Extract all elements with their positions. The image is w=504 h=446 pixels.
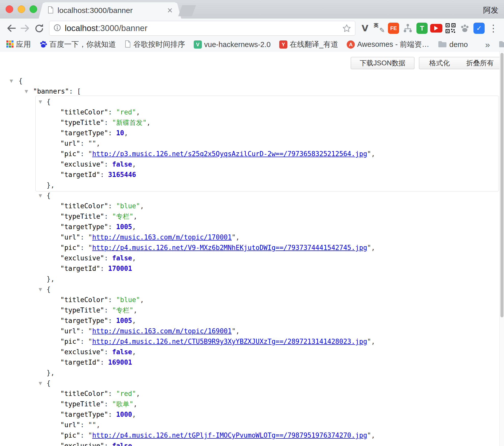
bookmark-google-sort[interactable]: 谷歌按时间排序	[124, 39, 185, 50]
json-key: "pic"	[60, 338, 80, 345]
forward-button[interactable]	[18, 21, 32, 35]
json-line: ▼{	[36, 378, 498, 389]
json-url-link[interactable]: http://music.163.com/m/topic/170001	[92, 233, 232, 241]
site-info-icon[interactable]	[53, 24, 61, 33]
json-key: "pic"	[60, 244, 80, 251]
json-punctuation: ,	[96, 140, 100, 147]
json-key: "pic"	[60, 150, 80, 158]
close-window-button[interactable]	[6, 5, 13, 13]
tab-close-icon[interactable]: ×	[167, 6, 173, 15]
json-line: "titleColor": "blue",	[36, 201, 498, 211]
browser-tab[interactable]: localhost:3000/banner ×	[39, 2, 181, 19]
minimize-window-button[interactable]	[18, 5, 25, 13]
json-line: ▼{	[36, 97, 498, 107]
json-url-link[interactable]: http://music.163.com/m/topic/169001	[92, 327, 232, 335]
collapse-all-button[interactable]: 折叠所有	[460, 57, 500, 69]
paw-extension-icon[interactable]	[458, 22, 471, 35]
json-line: "targetId": 169001	[36, 357, 498, 368]
scrollbar-thumb[interactable]	[500, 53, 503, 317]
json-punctuation: ,	[136, 390, 140, 397]
json-punctuation: "	[367, 244, 371, 251]
json-punctuation: ,	[132, 254, 136, 262]
json-line: "targetType": 1005,	[36, 316, 498, 326]
bookmark-apps[interactable]: 应用	[6, 39, 31, 50]
json-punctuation: ,	[132, 223, 136, 231]
zoom-window-button[interactable]	[30, 5, 37, 13]
vimium-extension-icon[interactable]: V	[358, 22, 372, 35]
org-chart-extension-icon[interactable]	[401, 22, 414, 35]
json-url-link[interactable]: http://p4.music.126.net/tGPljf-IMOCyPvum…	[92, 432, 367, 439]
collapse-triangle-icon[interactable]: ▼	[39, 284, 42, 295]
reload-button[interactable]	[32, 21, 46, 35]
json-url-link[interactable]: http://p3.music.126.net/s25q2x5QyqsAzilC…	[92, 150, 367, 158]
collapse-triangle-icon[interactable]: ▼	[25, 86, 28, 97]
json-url-link[interactable]: http://p4.music.126.net/CTU5B9R9y3XyYBZX…	[92, 338, 367, 345]
toolbar: localhost:3000/banner V 英 ✎ FE T ✓ ⋮	[0, 19, 504, 38]
translate-extension-icon[interactable]: 英 ✎	[373, 22, 386, 35]
bookmarks-overflow-chevron[interactable]: »	[485, 40, 490, 50]
collapse-triangle-icon[interactable]: ▼	[10, 76, 13, 86]
json-number-value: 170001	[108, 265, 132, 272]
bookmark-baidu[interactable]: 百度一下，你就知道	[39, 39, 116, 50]
download-json-button[interactable]: 下载JSON数据	[351, 57, 414, 69]
bookmark-vue-hackernews[interactable]: V vue-hackernews-2.0	[194, 40, 271, 49]
json-key: "titleColor"	[60, 296, 108, 304]
json-punctuation: ,	[132, 442, 136, 446]
json-punctuation: ,	[371, 338, 375, 345]
json-punctuation: ,	[132, 411, 136, 418]
json-key: "targetId"	[60, 171, 100, 179]
bookmark-youdao-translate[interactable]: Y 在线翻译_有道	[279, 39, 338, 50]
json-punctuation: :	[80, 233, 88, 241]
json-line: "targetType": 10,	[36, 128, 498, 138]
bookmark-star-icon[interactable]	[342, 24, 351, 33]
collapse-triangle-icon[interactable]: ▼	[39, 97, 42, 107]
json-brace: {	[47, 192, 51, 199]
json-boolean-value: false	[112, 442, 132, 446]
bookmark-awesomes[interactable]: A Awesomes - 前端资…	[347, 39, 429, 50]
json-url-link[interactable]: http://p4.music.126.net/V9-MXz6b2MNhEKju…	[92, 244, 367, 251]
vertical-scrollbar[interactable]	[499, 51, 504, 446]
vimium-glyph: V	[362, 23, 368, 33]
back-button[interactable]	[4, 21, 18, 35]
youtube-extension-icon[interactable]	[430, 22, 443, 35]
json-punctuation: :	[104, 160, 112, 168]
json-string-value: "blue"	[116, 202, 140, 210]
json-punctuation: :	[80, 140, 88, 147]
format-button[interactable]: 格式化	[419, 57, 460, 69]
collapse-triangle-icon[interactable]: ▼	[39, 190, 42, 201]
json-punctuation: "	[88, 150, 92, 158]
new-tab-button[interactable]	[178, 5, 196, 16]
address-bar[interactable]: localhost:3000/banner	[49, 21, 355, 36]
json-line: "pic": "http://p3.music.126.net/s25q2x5Q…	[36, 149, 498, 159]
json-key: "targetType"	[60, 223, 108, 231]
json-key: "url"	[60, 140, 80, 147]
other-bookmarks-folder[interactable]: 其他书签	[499, 39, 504, 50]
blue-check-extension-icon[interactable]: ✓	[472, 22, 486, 35]
fe-extension-icon[interactable]: FE	[387, 22, 400, 35]
json-punctuation: :	[108, 317, 116, 324]
bookmark-label: vue-hackernews-2.0	[204, 40, 271, 49]
baidu-paw-icon	[39, 40, 47, 49]
profile-name[interactable]: 阿发	[483, 5, 498, 16]
json-punctuation: ,	[133, 306, 137, 314]
json-number-value: 1005	[116, 223, 132, 231]
json-object-block: ▼{"titleColor": "blue","typeTitle": "专栏"…	[36, 190, 498, 284]
json-punctuation: ,	[133, 400, 137, 408]
json-empty-string-value: ""	[88, 421, 96, 429]
page-content: 下载JSON数据 格式化 折叠所有 ▼{▼"banners": [▼{"titl…	[0, 51, 504, 446]
url-path: :3000/banner	[98, 23, 148, 33]
json-punctuation: ,	[371, 244, 375, 251]
json-key: "banners"	[33, 87, 69, 95]
vue-icon: V	[194, 40, 202, 49]
collapse-triangle-icon[interactable]: ▼	[39, 378, 42, 389]
green-shield-extension-icon[interactable]: T	[415, 22, 429, 35]
qr-code-extension-icon[interactable]	[444, 22, 457, 35]
bookmark-demo-folder[interactable]: demo	[438, 40, 468, 49]
json-key: "targetId"	[60, 359, 100, 366]
json-punctuation: ,	[133, 213, 137, 220]
json-punctuation: "	[367, 432, 371, 439]
json-line: ▼{	[0, 76, 504, 86]
json-punctuation: :	[80, 327, 88, 335]
browser-menu-button[interactable]: ⋮	[487, 22, 500, 35]
json-object-block: ▼{"titleColor": "red","typeTitle": "新碟首发…	[36, 97, 498, 190]
